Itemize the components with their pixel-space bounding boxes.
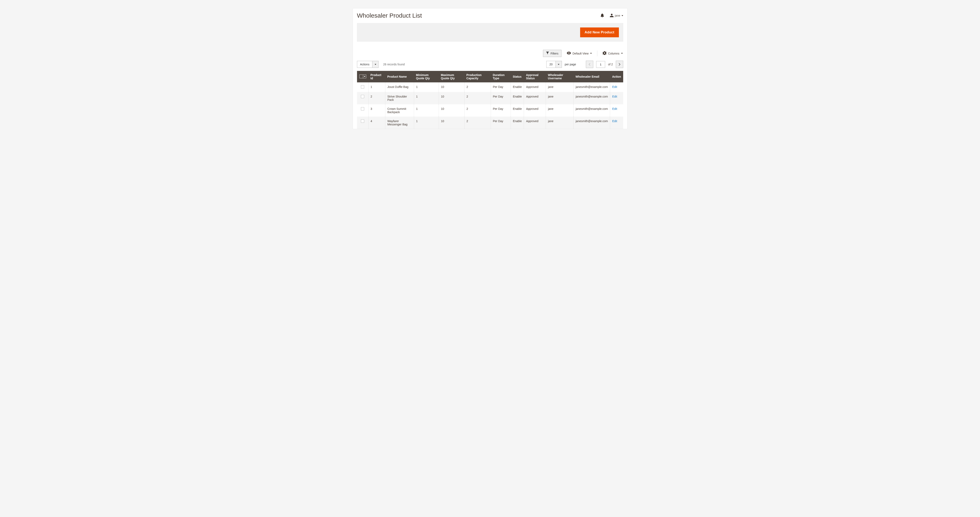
page-size-caret[interactable] (555, 61, 562, 68)
cell-duration-type: Per Day (491, 82, 511, 92)
col-approval-status[interactable]: Approval Status (524, 71, 546, 82)
cell-ws-username: jane (546, 92, 574, 104)
col-wholesaler-username[interactable]: Wholesaler Username (546, 71, 574, 82)
edit-link[interactable]: Edit (612, 95, 617, 98)
user-icon (610, 14, 614, 18)
col-max-qty[interactable]: Maximum Quote Qty (439, 71, 465, 82)
page-size-select[interactable]: 20 (546, 61, 562, 68)
cell-product-name: Strive Shoulder Pack (385, 92, 414, 104)
row-checkbox[interactable] (361, 95, 364, 98)
col-action[interactable]: Action (610, 71, 623, 82)
actions-label: Actions (357, 61, 372, 68)
cell-product-id: 3 (369, 104, 385, 117)
cell-prod-capacity: 2 (464, 104, 491, 117)
page-size-value: 20 (547, 61, 555, 68)
cell-duration-type: Per Day (491, 117, 511, 129)
table-header-row: Product Id Product Name Minimum Quote Qt… (357, 71, 623, 82)
username-label: jane (615, 14, 620, 17)
table-row: 1Joust Duffle Bag1102Per DayEnableApprov… (357, 82, 623, 92)
cell-product-name: Crown Summit Backpack (385, 104, 414, 117)
table-row: 2Strive Shoulder Pack1102Per DayEnableAp… (357, 92, 623, 104)
cell-approval-status: Approved (524, 92, 546, 104)
cell-max-qty: 10 (439, 92, 465, 104)
cell-status: Enable (511, 117, 524, 129)
cell-max-qty: 10 (439, 104, 465, 117)
actions-caret[interactable] (372, 61, 379, 68)
actions-select[interactable]: Actions (357, 61, 379, 68)
cell-ws-email: janesmith@example.com (574, 104, 610, 117)
cell-prod-capacity: 2 (464, 92, 491, 104)
default-view-label: Default View (573, 52, 589, 55)
cell-ws-username: jane (546, 117, 574, 129)
cell-max-qty: 10 (439, 82, 465, 92)
cell-prod-capacity: 2 (464, 117, 491, 129)
cell-status: Enable (511, 104, 524, 117)
col-production-capacity[interactable]: Production Capacity (464, 71, 491, 82)
col-min-qty[interactable]: Minimum Quote Qty (414, 71, 439, 82)
edit-link[interactable]: Edit (612, 119, 617, 123)
cell-product-id: 4 (369, 117, 385, 129)
chevron-down-icon (590, 53, 592, 54)
edit-link[interactable]: Edit (612, 85, 617, 89)
cell-status: Enable (511, 92, 524, 104)
eye-icon (567, 52, 571, 55)
col-status[interactable]: Status (511, 71, 524, 82)
per-page-label: per page (565, 63, 576, 66)
cell-approval-status: Approved (524, 104, 546, 117)
gear-icon (603, 51, 606, 56)
records-found: 26 records found (383, 63, 404, 66)
cell-product-id: 1 (369, 82, 385, 92)
page-of-label: of 2 (608, 63, 613, 66)
cell-product-id: 2 (369, 92, 385, 104)
cell-min-qty: 1 (414, 92, 439, 104)
page-next-button[interactable] (616, 61, 623, 68)
add-new-product-button[interactable]: Add New Product (580, 27, 619, 37)
page-title: Wholesaler Product List (357, 12, 422, 19)
col-product-id[interactable]: Product Id (369, 71, 385, 82)
cell-ws-email: janesmith@example.com (574, 92, 610, 104)
chevron-down-icon (621, 53, 623, 54)
cell-ws-email: janesmith@example.com (574, 117, 610, 129)
filters-label: Filters (550, 52, 558, 55)
primary-toolbar: Add New Product (357, 23, 623, 41)
chevron-down-icon (363, 76, 366, 77)
cell-product-name: Wayfarer Messenger Bag (385, 117, 414, 129)
checkbox-icon (360, 75, 363, 78)
chevron-down-icon (622, 15, 623, 16)
page-number-input[interactable] (596, 61, 605, 68)
cell-approval-status: Approved (524, 117, 546, 129)
page-prev-button[interactable] (586, 61, 593, 68)
chevron-down-icon (558, 64, 559, 65)
cell-status: Enable (511, 82, 524, 92)
chevron-down-icon (375, 64, 376, 65)
cell-max-qty: 10 (439, 117, 465, 129)
table-row: 4Wayfarer Messenger Bag1102Per DayEnable… (357, 117, 623, 129)
user-menu[interactable]: jane (610, 14, 623, 18)
cell-product-name: Joust Duffle Bag (385, 82, 414, 92)
select-all-header[interactable] (357, 71, 369, 82)
default-view-control[interactable]: Default View (566, 51, 592, 56)
cell-min-qty: 1 (414, 117, 439, 129)
cell-approval-status: Approved (524, 82, 546, 92)
cell-ws-username: jane (546, 104, 574, 117)
row-checkbox[interactable] (361, 107, 364, 111)
cell-ws-username: jane (546, 82, 574, 92)
table-row: 3Crown Summit Backpack1102Per DayEnableA… (357, 104, 623, 117)
filters-button[interactable]: Filters (543, 50, 562, 57)
funnel-icon (546, 52, 549, 55)
cell-min-qty: 1 (414, 104, 439, 117)
notifications-icon[interactable] (600, 13, 604, 18)
row-checkbox[interactable] (361, 85, 364, 89)
columns-control[interactable]: Columns (602, 51, 623, 56)
col-duration-type[interactable]: Duration Type (491, 71, 511, 82)
columns-label: Columns (608, 52, 619, 55)
select-all-control[interactable] (359, 75, 366, 78)
row-checkbox[interactable] (361, 119, 364, 123)
edit-link[interactable]: Edit (612, 107, 617, 111)
col-wholesaler-email[interactable]: Wholesaler Email (574, 71, 610, 82)
cell-prod-capacity: 2 (464, 82, 491, 92)
cell-duration-type: Per Day (491, 92, 511, 104)
cell-min-qty: 1 (414, 82, 439, 92)
cell-ws-email: janesmith@example.com (574, 82, 610, 92)
col-product-name[interactable]: Product Name (385, 71, 414, 82)
